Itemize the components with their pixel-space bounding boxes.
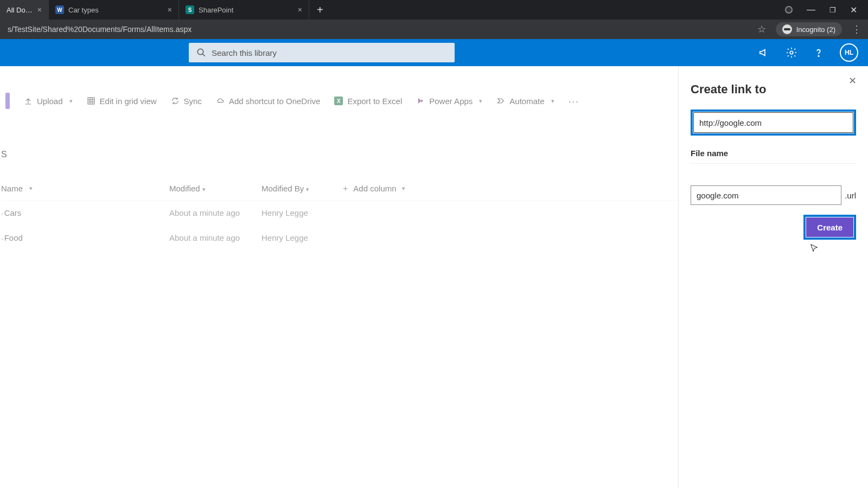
chevron-down-icon: ▾ [402,185,405,192]
automate-icon [496,97,505,105]
create-button-highlight: Create [803,215,856,240]
search-icon [196,48,206,57]
search-placeholder: Search this library [212,48,277,57]
powerapps-button[interactable]: Power Apps▾ [416,97,482,106]
export-excel-button[interactable]: X Export to Excel [334,97,402,106]
tabs-container: All Docun × W Car types × S SharePoint ×… [0,0,778,20]
word-icon: W [55,5,64,14]
excel-icon: X [334,97,343,105]
powerapps-icon [416,97,425,105]
automate-button[interactable]: Automate▾ [496,97,554,106]
filename-label: File name [691,149,856,158]
col-modified[interactable]: Modified▾ [169,184,261,193]
chevron-down-icon: ▾ [479,98,482,105]
new-tab-button[interactable]: + [309,0,331,20]
cursor-icon [808,243,820,257]
sharepoint-icon: S [186,5,194,14]
add-shortcut-button[interactable]: Add shortcut to OneDrive [216,97,320,106]
close-icon[interactable]: × [37,5,42,14]
window-controls: — ❐ ✕ [778,5,864,15]
search-box[interactable]: Search this library [189,43,455,62]
svg-line-1 [202,54,205,56]
new-menu-indicator[interactable] [5,93,10,109]
extension-label: .url [845,191,856,200]
sync-icon [171,97,180,105]
filename-input[interactable] [691,185,841,205]
address-bar: s/TestSite/Shared%20Documents/Forms/AllI… [0,20,868,39]
link-url-input[interactable] [693,112,853,133]
chevron-down-icon: ▾ [29,185,33,192]
gear-icon[interactable] [786,47,797,59]
svg-rect-4 [88,98,94,104]
incognito-indicator[interactable]: Incognito (2) [776,22,842,36]
chevron-down-icon: ▾ [69,98,73,105]
chevron-down-icon: ▾ [551,98,554,105]
col-name[interactable]: Name▾ [1,184,169,193]
tab-label: SharePoint [199,6,293,14]
account-dot-icon[interactable] [785,6,793,14]
separator [691,163,856,164]
content-area: Upload▾ Edit in grid view Sync Add short… [0,66,868,488]
svg-point-2 [790,51,793,54]
col-modified-by[interactable]: Modified By▾ [261,184,343,193]
bookmark-star-icon[interactable]: ☆ [757,23,766,35]
plus-icon: + [343,184,348,194]
close-icon[interactable]: × [168,5,172,14]
close-window-icon[interactable]: ✕ [850,5,857,15]
panel-title: Create link to [691,82,856,97]
upload-icon [24,97,33,105]
sharepoint-suite-bar: Search this library HL [0,39,868,66]
close-panel-button[interactable]: ✕ [844,73,860,89]
megaphone-icon[interactable] [758,47,770,59]
browser-menu-icon[interactable]: ⋮ [852,23,860,35]
tab-label: All Docun [7,6,33,14]
add-column-button[interactable]: +Add column▾ [343,184,405,194]
tab-label: Car types [68,6,163,14]
minimize-icon[interactable]: — [807,5,815,15]
url-text[interactable]: s/TestSite/Shared%20Documents/Forms/AllI… [8,25,751,34]
help-icon[interactable] [813,47,825,59]
edit-grid-button[interactable]: Edit in grid view [87,97,157,106]
grid-icon [87,97,95,105]
tab-all-documents[interactable]: All Docun × [0,0,49,20]
create-link-panel: ✕ Create link to File name .url Create [678,66,868,488]
chevron-down-icon: ▾ [202,186,206,192]
maximize-icon[interactable]: ❐ [829,6,836,14]
chevron-down-icon: ▾ [306,186,309,192]
upload-button[interactable]: Upload▾ [24,97,73,106]
close-icon[interactable]: × [298,5,302,14]
more-commands-button[interactable]: ··· [569,95,579,107]
incognito-icon [782,24,792,34]
create-button[interactable]: Create [806,217,853,237]
avatar[interactable]: HL [840,43,858,62]
tab-car-types[interactable]: W Car types × [49,0,179,20]
browser-tab-strip: All Docun × W Car types × S SharePoint ×… [0,0,868,20]
sync-button[interactable]: Sync [171,97,202,106]
onedrive-icon [216,97,225,105]
svg-point-0 [197,49,203,55]
item-icon: › [1,210,3,217]
url-field-highlight [691,110,856,136]
incognito-label: Incognito (2) [796,25,835,34]
tab-sharepoint[interactable]: S SharePoint × [179,0,309,20]
item-icon: › [1,235,3,242]
svg-point-3 [818,56,819,56]
